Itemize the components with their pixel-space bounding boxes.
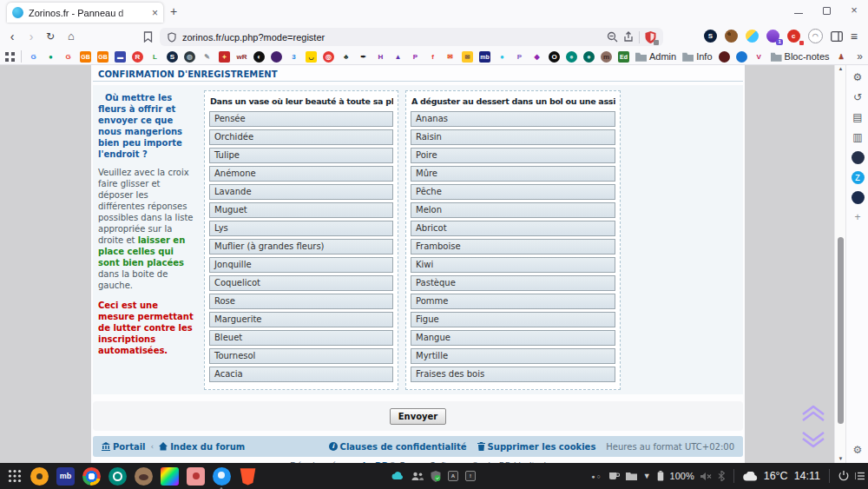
forward-button[interactable]: › <box>23 28 40 45</box>
page-scrollbar[interactable]: ▲ ▼ <box>834 65 846 463</box>
tab-close-icon[interactable]: × <box>152 7 158 19</box>
draggable-item[interactable]: Mangue <box>411 330 615 346</box>
bookmark-item[interactable]: ♣ <box>340 51 352 63</box>
bookmark-item[interactable]: ✉ <box>462 51 473 63</box>
bluetooth-icon[interactable] <box>718 471 725 481</box>
side-panel-icon[interactable]: ▥ <box>852 131 865 144</box>
bookmarks-overflow-button[interactable]: » <box>857 50 863 63</box>
bookmarks-grid-icon[interactable] <box>5 52 15 62</box>
taskbar-app-icon[interactable] <box>213 467 231 486</box>
bookmark-item[interactable]: ✎ <box>201 51 213 63</box>
network-icon[interactable]: ▼ <box>643 472 651 480</box>
bookmark-item[interactable] <box>719 51 730 63</box>
bookmark-item[interactable] <box>736 51 747 63</box>
draggable-item[interactable]: Mûre <box>411 166 615 182</box>
people-icon[interactable] <box>411 472 424 481</box>
draggable-item[interactable]: Marguerite <box>209 312 393 327</box>
volume-muted-icon[interactable] <box>700 472 712 481</box>
bookmark-item[interactable]: H <box>375 51 386 63</box>
bookmark-item[interactable]: mb <box>479 51 490 63</box>
workspace-dots[interactable]: ●○ <box>591 473 602 479</box>
shield-check-icon[interactable] <box>431 471 441 482</box>
scrollbar-thumb[interactable] <box>838 237 844 424</box>
draggable-item[interactable]: Pomme <box>411 294 615 309</box>
reload-button[interactable]: ↻ <box>42 28 59 45</box>
bookmark-item[interactable]: ♟ <box>836 51 847 63</box>
bookmark-icon[interactable] <box>143 31 153 43</box>
draggable-item[interactable]: Kiwi <box>411 257 615 273</box>
draggable-item[interactable]: Figue <box>411 312 615 327</box>
draggable-item[interactable]: Coquelicot <box>209 275 393 291</box>
clock-text[interactable]: 14:11 <box>794 470 820 482</box>
url-bar[interactable]: zorinos.fr/ucp.php?mode=register <box>160 28 663 46</box>
submit-button[interactable]: Envoyer <box>390 408 447 425</box>
bookmark-item[interactable]: ▲ <box>392 51 404 63</box>
close-button[interactable]: × <box>849 5 859 16</box>
taskbar-app-icon[interactable] <box>135 467 153 486</box>
bookmark-item[interactable]: ◐ <box>253 51 265 63</box>
cookie-extension-icon[interactable] <box>725 30 738 43</box>
draggable-item[interactable]: Muguet <box>209 202 393 218</box>
draggable-item[interactable]: Lavande <box>209 184 393 200</box>
share-icon[interactable] <box>623 31 634 43</box>
cup-icon[interactable] <box>608 472 620 480</box>
side-panel-icon[interactable]: ⚙ <box>852 71 865 84</box>
tray-badge-excl[interactable]: ! <box>465 471 476 481</box>
adblock-shield-icon[interactable] <box>645 31 656 43</box>
taskbar-app-icon[interactable] <box>108 467 127 486</box>
tray-badge-a[interactable]: A <box>448 471 458 481</box>
bookmark-item[interactable] <box>271 51 282 63</box>
bookmark-item[interactable]: ● <box>496 51 508 63</box>
bookmark-item[interactable]: ✦ <box>219 51 230 63</box>
bookmark-item[interactable]: Info <box>682 51 712 63</box>
side-panel-icon[interactable] <box>852 151 865 164</box>
folder-icon[interactable] <box>626 472 637 480</box>
draggable-item[interactable]: Muflier (à grandes fleurs) <box>209 239 393 254</box>
side-panel-icon[interactable]: z <box>852 171 865 184</box>
dropzone-flowers[interactable]: Dans un vase où leur beauté à toute sa p… <box>204 90 398 390</box>
bookmark-item[interactable]: P <box>410 51 421 63</box>
bookmark-item[interactable]: ◡ <box>306 51 317 63</box>
bookmark-item[interactable]: 3 <box>288 51 299 63</box>
bookmark-item[interactable]: f <box>427 51 438 63</box>
taskbar-app-icon[interactable]: mb <box>56 467 75 486</box>
scroll-to-top-button[interactable] <box>799 404 828 423</box>
bookmark-item[interactable]: m <box>601 51 612 63</box>
draggable-item[interactable]: Myrtille <box>411 348 615 364</box>
bookmark-item[interactable]: Admin <box>635 51 676 63</box>
privacy-link[interactable]: i Clauses de confidentialité <box>329 442 467 452</box>
draggable-item[interactable]: Pastèque <box>411 275 615 291</box>
draggable-item[interactable]: Raisin <box>411 129 615 145</box>
cloud-sync-icon[interactable] <box>391 472 404 480</box>
paw-extension-icon[interactable]: ◠ <box>808 29 823 43</box>
battery-icon[interactable] <box>657 471 664 481</box>
draggable-item[interactable]: Melon <box>411 202 615 218</box>
bookmark-item[interactable]: V <box>753 51 765 63</box>
draggable-item[interactable]: Ananas <box>411 111 615 127</box>
bookmark-item[interactable]: wR <box>236 51 247 63</box>
home-button[interactable]: ⌂ <box>62 28 80 45</box>
extension-icon-2[interactable] <box>746 30 759 43</box>
bookmark-item[interactable]: Ed <box>618 51 629 63</box>
bookmark-item[interactable]: ◎ <box>323 51 334 63</box>
taskbar-app-icon[interactable] <box>30 467 49 486</box>
new-tab-button[interactable]: + <box>170 4 177 18</box>
restore-button[interactable] <box>821 5 832 16</box>
temperature-text[interactable]: 16°C <box>764 470 788 482</box>
draggable-item[interactable]: Bleuet <box>209 330 393 346</box>
notifications-menu-icon[interactable] <box>855 472 865 480</box>
bookmark-item[interactable]: P <box>514 51 525 63</box>
bookmark-item[interactable]: GB <box>80 51 91 63</box>
bookmark-item[interactable]: G <box>28 51 39 63</box>
draggable-item[interactable]: Tulipe <box>209 148 393 163</box>
side-panel-settings-icon[interactable]: ⚙ <box>846 444 868 456</box>
draggable-item[interactable]: Rose <box>209 294 393 309</box>
browser-tab[interactable]: Zorinos.fr - Panneau d × <box>7 3 163 23</box>
bookmark-item[interactable]: GB <box>97 51 108 63</box>
draggable-item[interactable]: Pêche <box>411 184 615 200</box>
bookmark-item[interactable]: R <box>132 51 143 63</box>
bookmark-item[interactable]: ◆ <box>531 51 542 63</box>
draggable-item[interactable]: Lys <box>209 221 393 236</box>
delete-cookies-link[interactable]: Supprimer les cookies <box>477 442 596 452</box>
side-panel-icon[interactable]: + <box>852 211 865 224</box>
